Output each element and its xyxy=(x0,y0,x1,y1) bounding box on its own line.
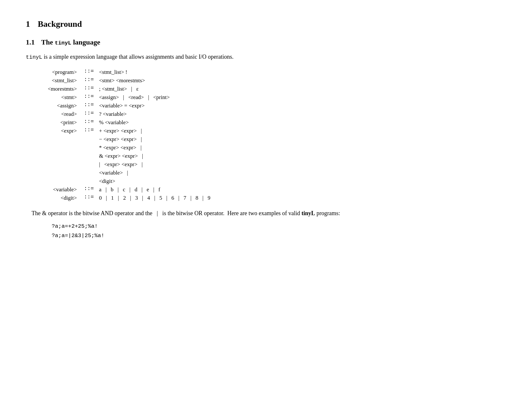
grammar-rhs-assign: <variable> = <expr> xyxy=(97,102,213,110)
section-title: Background xyxy=(38,19,82,29)
section-number: 1 xyxy=(26,19,30,29)
grammar-lhs-expr-cont2 xyxy=(45,144,81,152)
grammar-arrow-expr-cont4 xyxy=(81,160,97,169)
grammar-lhs-expr-cont3 xyxy=(45,152,81,160)
note-paragraph: The & operator is the bitwise AND operat… xyxy=(26,209,495,218)
grammar-lhs-stmt: <stmt> xyxy=(45,93,81,102)
grammar-arrow-variable: ::= xyxy=(81,185,97,194)
grammar-lhs-morestmts: <morestmts> xyxy=(45,85,81,93)
grammar-arrow-expr-cont2 xyxy=(81,144,97,152)
grammar-lhs-print: <print> xyxy=(45,118,81,127)
grammar-row-expr-2: − <expr> <expr> | xyxy=(45,135,213,144)
grammar-arrow-expr: ::= xyxy=(81,127,97,135)
code-example-2: ?a;a=|2&3|25;%a! xyxy=(52,231,495,241)
grammar-arrow-expr-cont xyxy=(81,135,97,144)
section-1-header: 1 Background xyxy=(26,19,495,29)
grammar-row-read: <read> ::= ? <variable> xyxy=(45,110,213,118)
grammar-arrow-stmtlist: ::= xyxy=(81,76,97,85)
tinyl-intro-keyword: tinyL xyxy=(26,54,42,60)
subsection-title: The tinyL language xyxy=(41,38,100,46)
grammar-arrow-print: ::= xyxy=(81,118,97,127)
intro-paragraph: tinyL is a simple expression language th… xyxy=(26,52,495,62)
grammar-rhs-expr-6: <variable> | xyxy=(97,169,213,177)
tinyl-bold-inline: tinyL xyxy=(301,210,315,216)
intro-text: is a simple expression language that all… xyxy=(44,54,234,60)
grammar-arrow-morestmts: ::= xyxy=(81,85,97,93)
grammar-rhs-variable: a | b | c | d | e | f xyxy=(97,185,213,194)
grammar-row-expr-7: <digit> xyxy=(45,177,213,185)
grammar-lhs-variable: <variable> xyxy=(45,185,81,194)
grammar-rhs-expr-5: | <expr> <expr> | xyxy=(97,160,213,169)
grammar-table: <program> ::= <stmt_list> ! <stmt_list> … xyxy=(45,68,213,202)
code-example-1: ?a;a=+2+25;%a! xyxy=(52,222,495,231)
grammar-row-morestmts: <morestmts> ::= ; <stmt_list> | ε xyxy=(45,85,213,93)
grammar-arrow-expr-cont5 xyxy=(81,169,97,177)
grammar-rhs-expr-2: − <expr> <expr> | xyxy=(97,135,213,144)
grammar-lhs-program: <program> xyxy=(45,68,81,76)
subsection-1-1-header: 1.1 The tinyL language xyxy=(26,38,495,46)
grammar-rhs-digit: 0 | 1 | 2 | 3 | 4 | 5 | 6 | 7 | 8 | 9 xyxy=(97,194,213,202)
subsection-number: 1.1 xyxy=(26,38,35,46)
grammar-rhs-stmt: <assign> | <read> | <print> xyxy=(97,93,213,102)
grammar-arrow-assign: ::= xyxy=(81,102,97,110)
grammar-arrow-program: ::= xyxy=(81,68,97,76)
grammar-rhs-read: ? <variable> xyxy=(97,110,213,118)
grammar-rhs-print: % <variable> xyxy=(97,118,213,127)
grammar-row-stmt: <stmt> ::= <assign> | <read> | <print> xyxy=(45,93,213,102)
tinyl-keyword-title: tinyL xyxy=(55,40,71,46)
grammar-lhs-expr-cont6 xyxy=(45,177,81,185)
grammar-arrow-read: ::= xyxy=(81,110,97,118)
grammar-row-expr-5: | <expr> <expr> | xyxy=(45,160,213,169)
grammar-lhs-expr-cont4 xyxy=(45,160,81,169)
grammar-rhs-program: <stmt_list> ! xyxy=(97,68,213,76)
grammar-lhs-expr: <expr> xyxy=(45,127,81,135)
grammar-arrow-stmt: ::= xyxy=(81,93,97,102)
grammar-lhs-assign: <assign> xyxy=(45,102,81,110)
grammar-rhs-stmtlist: <stmt> <morestmts> xyxy=(97,76,213,85)
grammar-lhs-expr-cont xyxy=(45,135,81,144)
grammar-lhs-digit: <digit> xyxy=(45,194,81,202)
grammar-arrow-expr-cont3 xyxy=(81,152,97,160)
code-examples-block: ?a;a=+2+25;%a! ?a;a=|2&3|25;%a! xyxy=(52,222,495,241)
grammar-row-expr-1: <expr> ::= + <expr> <expr> | xyxy=(45,127,213,135)
grammar-lhs-read: <read> xyxy=(45,110,81,118)
grammar-row-expr-6: <variable> | xyxy=(45,169,213,177)
grammar-row-digit: <digit> ::= 0 | 1 | 2 | 3 | 4 | 5 | 6 | … xyxy=(45,194,213,202)
grammar-arrow-digit: ::= xyxy=(81,194,97,202)
grammar-row-stmtlist: <stmt_list> ::= <stmt> <morestmts> xyxy=(45,76,213,85)
grammar-row-print: <print> ::= % <variable> xyxy=(45,118,213,127)
grammar-rhs-morestmts: ; <stmt_list> | ε xyxy=(97,85,213,93)
grammar-rhs-expr-4: & <expr> <expr> | xyxy=(97,152,213,160)
grammar-row-expr-4: & <expr> <expr> | xyxy=(45,152,213,160)
grammar-row-variable: <variable> ::= a | b | c | d | e | f xyxy=(45,185,213,194)
grammar-arrow-expr-cont6 xyxy=(81,177,97,185)
grammar-rhs-expr-3: * <expr> <expr> | xyxy=(97,144,213,152)
grammar-rhs-expr-1: + <expr> <expr> | xyxy=(97,127,213,135)
grammar-row-expr-3: * <expr> <expr> | xyxy=(45,144,213,152)
grammar-row-program: <program> ::= <stmt_list> ! xyxy=(45,68,213,76)
grammar-lhs-stmtlist: <stmt_list> xyxy=(45,76,81,85)
grammar-row-assign: <assign> ::= <variable> = <expr> xyxy=(45,102,213,110)
grammar-rhs-expr-7: <digit> xyxy=(97,177,213,185)
grammar-lhs-expr-cont5 xyxy=(45,169,81,177)
